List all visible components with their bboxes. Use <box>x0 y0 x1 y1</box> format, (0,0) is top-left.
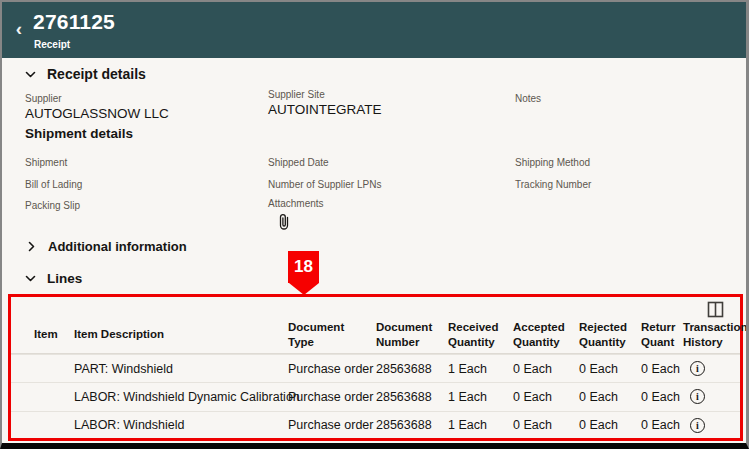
notes-field: Notes <box>515 93 541 104</box>
packing-slip-field: Packing Slip <box>25 200 80 211</box>
app-header: ‹ 2761125 Receipt <box>2 2 746 58</box>
col-header-transaction-history[interactable]: Transaction History <box>683 320 749 350</box>
supplier-site-label: Supplier Site <box>268 89 382 100</box>
manage-columns-icon[interactable] <box>707 301 724 318</box>
receipt-details-title: Receipt details <box>47 66 146 82</box>
supplier-lpns-field: Number of Supplier LPNs <box>268 179 381 190</box>
cell-document-number: 28563688 <box>376 418 448 432</box>
paperclip-icon[interactable] <box>276 213 292 231</box>
cell-returned-quantity: 0 Each <box>641 362 683 376</box>
col-header-item-description[interactable]: Item Description <box>74 327 288 342</box>
chevron-right-icon <box>25 240 38 253</box>
cell-rejected-quantity: 0 Each <box>579 362 641 376</box>
cell-rejected-quantity: 0 Each <box>579 390 641 404</box>
shipment-field: Shipment <box>25 157 67 168</box>
col-header-item[interactable]: Item <box>34 327 74 342</box>
col-header-document-number[interactable]: Document Number <box>376 320 448 350</box>
col-header-document-type[interactable]: Document Type <box>288 320 376 350</box>
page-title: 2761125 <box>33 10 115 34</box>
shipment-details-title: Shipment details <box>25 126 133 141</box>
tracking-number-field: Tracking Number <box>515 179 591 190</box>
back-button[interactable]: ‹ <box>8 16 30 42</box>
callout-arrow-icon <box>289 283 319 295</box>
cell-rejected-quantity: 0 Each <box>579 418 641 432</box>
lines-table: Item Item Description Document Type Docu… <box>8 294 743 441</box>
step-callout-number: 18 <box>288 251 319 283</box>
cell-item-description: PART: Windshield <box>74 362 288 376</box>
shipping-method-label: Shipping Method <box>515 157 590 168</box>
bill-of-lading-label: Bill of Lading <box>25 179 82 190</box>
receipt-details-section-header[interactable]: Receipt details <box>24 66 146 82</box>
attachments-label: Attachments <box>268 198 324 209</box>
cell-received-quantity: 1 Each <box>448 390 513 404</box>
shipped-date-field: Shipped Date <box>268 157 329 168</box>
cell-item-description: LABOR: Windshield <box>74 418 288 432</box>
back-chevron-icon: ‹ <box>16 18 22 40</box>
additional-information-section-header[interactable]: Additional information <box>25 239 187 254</box>
table-row[interactable]: LABOR: Windshield Dynamic Calibration Pu… <box>11 382 740 410</box>
cell-accepted-quantity: 0 Each <box>513 390 579 404</box>
supplier-field: Supplier AUTOGLASSNOW LLC <box>25 93 169 121</box>
cell-document-number: 28563688 <box>376 362 448 376</box>
bill-of-lading-field: Bill of Lading <box>25 179 82 190</box>
shipped-date-label: Shipped Date <box>268 157 329 168</box>
lines-section-header[interactable]: Lines <box>24 271 82 286</box>
lines-title: Lines <box>47 271 82 286</box>
cell-item-description: LABOR: Windshield Dynamic Calibration <box>74 390 288 404</box>
info-icon[interactable]: i <box>690 361 705 376</box>
col-header-rejected-quantity[interactable]: Rejected Quantity <box>579 320 641 350</box>
cell-returned-quantity: 0 Each <box>641 418 683 432</box>
table-row[interactable]: PART: Windshield Purchase order 28563688… <box>11 354 740 382</box>
tracking-number-label: Tracking Number <box>515 179 591 190</box>
chevron-down-icon <box>24 68 37 81</box>
cell-accepted-quantity: 0 Each <box>513 362 579 376</box>
cell-transaction-history: i <box>683 389 740 404</box>
supplier-lpns-label: Number of Supplier LPNs <box>268 179 381 190</box>
lines-table-toolbar <box>11 297 740 318</box>
cell-received-quantity: 1 Each <box>448 362 513 376</box>
cell-document-type: Purchase order <box>288 418 376 432</box>
info-icon[interactable]: i <box>690 418 705 433</box>
chevron-down-icon <box>24 272 37 285</box>
supplier-site-field: Supplier Site AUTOINTEGRATE <box>268 89 382 117</box>
cell-received-quantity: 1 Each <box>448 418 513 432</box>
col-header-accepted-quantity[interactable]: Accepted Quantity <box>513 320 579 350</box>
step-callout-18: 18 <box>288 251 319 295</box>
shipment-label: Shipment <box>25 157 67 168</box>
cell-accepted-quantity: 0 Each <box>513 418 579 432</box>
shipment-details-section-header: Shipment details <box>25 126 133 141</box>
cell-document-number: 28563688 <box>376 390 448 404</box>
cell-returned-quantity: 0 Each <box>641 390 683 404</box>
col-header-received-quantity[interactable]: Received Quantity <box>448 320 513 350</box>
additional-information-title: Additional information <box>48 239 187 254</box>
cell-transaction-history: i <box>683 361 740 376</box>
cell-document-type: Purchase order <box>288 390 376 404</box>
info-icon[interactable]: i <box>690 389 705 404</box>
attachments-field: Attachments <box>268 198 324 231</box>
supplier-site-value: AUTOINTEGRATE <box>268 102 382 117</box>
page-subtitle: Receipt <box>34 39 70 50</box>
lines-table-header-row: Item Item Description Document Type Docu… <box>11 318 740 351</box>
col-header-returned-quantity[interactable]: Returr Quant <box>641 320 683 350</box>
notes-label: Notes <box>515 93 541 104</box>
receipt-page: ‹ 2761125 Receipt Receipt details Suppli… <box>0 0 749 449</box>
supplier-value: AUTOGLASSNOW LLC <box>25 106 169 121</box>
table-row[interactable]: LABOR: Windshield Purchase order 2856368… <box>11 411 740 439</box>
cell-transaction-history: i <box>683 418 740 433</box>
packing-slip-label: Packing Slip <box>25 200 80 211</box>
cell-document-type: Purchase order <box>288 362 376 376</box>
shipping-method-field: Shipping Method <box>515 157 590 168</box>
supplier-label: Supplier <box>25 93 169 104</box>
